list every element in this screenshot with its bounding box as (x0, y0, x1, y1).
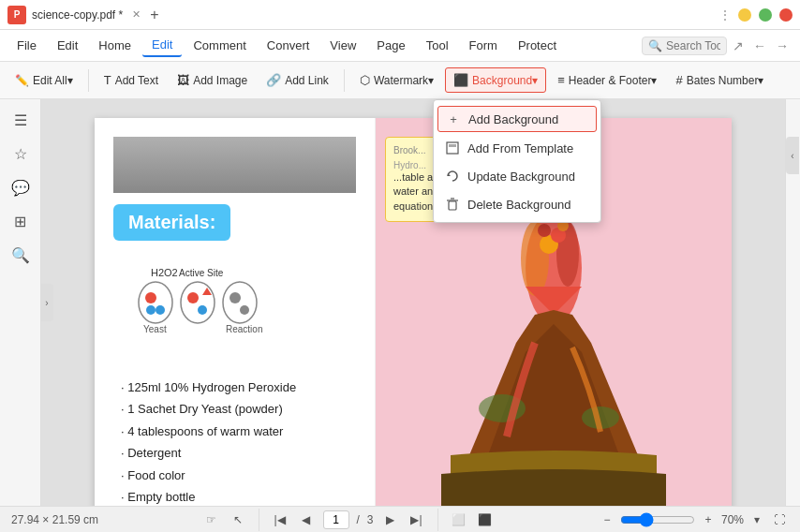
zoom-in-btn[interactable]: + (699, 510, 718, 529)
tab-close-btn[interactable]: ✕ (132, 8, 141, 21)
sidebar-icon-bookmarks[interactable]: ☆ (7, 140, 34, 167)
bates-icon: # (675, 73, 682, 87)
material-item-3: 4 tablespoons of warm water (113, 421, 356, 442)
zoom-out-btn[interactable]: − (598, 510, 616, 529)
nav-first-page[interactable]: |◀ (271, 510, 289, 529)
title-bar: P science-copy.pdf * ✕ + ⋮ (0, 0, 800, 30)
sidebar-toggle[interactable]: › (40, 284, 53, 321)
nav-cursor-tool[interactable]: ↖ (229, 510, 247, 529)
svg-text:Active Site: Active Site (179, 268, 224, 278)
watermark-icon: ⬡ (360, 73, 370, 87)
material-item-5: Food color (113, 465, 356, 486)
restore-button[interactable] (759, 8, 772, 22)
page-navigation: ☞ ↖ |◀ ◀ / 3 ▶ ▶| ⬜ ⬛ (106, 509, 590, 531)
nav-last-page[interactable]: ▶| (407, 510, 426, 529)
menu-form[interactable]: Form (460, 35, 507, 56)
menu-tool[interactable]: Tool (417, 35, 458, 56)
svg-point-8 (198, 305, 207, 315)
background-icon: ⬛ (453, 73, 468, 87)
svg-point-21 (538, 224, 551, 237)
add-background-item[interactable]: + Add Background (437, 106, 597, 132)
update-icon (445, 169, 460, 184)
svg-text:Reaction: Reaction (226, 324, 262, 334)
search-tools-box[interactable]: 🔍 (642, 37, 727, 55)
main-area: ☰ ☆ 💬 ⊞ 🔍 › Materials: H2O2 Active Site (0, 99, 800, 506)
page-left: Materials: H2O2 Active Site (95, 118, 376, 506)
svg-point-6 (181, 282, 215, 323)
volcano-svg (413, 193, 694, 506)
svg-rect-24 (447, 142, 458, 154)
right-panel-toggle[interactable]: ‹ (786, 137, 799, 174)
background-dropdown: + Add Background Add From Template Updat… (433, 99, 601, 223)
material-item-6: Empty bottle (113, 486, 356, 506)
fit-page-btn[interactable]: ⬜ (450, 510, 468, 529)
header-footer-button[interactable]: ≡ Header & Footer▾ (550, 68, 664, 92)
toolbar-separator-2 (344, 69, 345, 92)
svg-point-7 (187, 292, 199, 303)
edit-icon: ✏️ (15, 74, 29, 87)
material-item-1: 125ml 10% Hydrogen Peroxide (113, 377, 356, 398)
update-background-item[interactable]: Update Background (434, 162, 600, 190)
close-button[interactable] (779, 8, 793, 22)
status-sep-1 (259, 509, 259, 531)
file-name: science-copy.pdf * (32, 8, 123, 22)
menu-protect[interactable]: Protect (509, 35, 566, 56)
menu-view[interactable]: View (320, 35, 365, 56)
sidebar-icon-comments[interactable]: 💬 (7, 174, 34, 200)
bates-number-button[interactable]: # Bates Number▾ (668, 68, 771, 92)
external-link-icon[interactable]: ↗ (729, 38, 748, 53)
svg-point-4 (156, 305, 165, 315)
nav-prev-page[interactable]: ◀ (297, 510, 316, 529)
image-icon: 🖼 (177, 73, 189, 87)
zoom-level: 70% (721, 513, 744, 526)
nav-next-page[interactable]: ▶ (381, 510, 400, 529)
menu-comment[interactable]: Comment (184, 35, 255, 56)
menu-bar: File Edit Home Edit Comment Convert View… (0, 30, 800, 62)
right-sidebar: ‹ (785, 99, 800, 506)
sidebar-icon-layers[interactable]: ⊞ (7, 208, 34, 234)
menu-edit[interactable]: Edit (142, 34, 182, 57)
tab-add-btn[interactable]: + (150, 7, 158, 23)
svg-point-5 (146, 305, 156, 315)
add-from-template-item[interactable]: Add From Template (434, 134, 600, 162)
menu-home[interactable]: Home (89, 35, 141, 56)
svg-point-12 (240, 305, 249, 315)
material-item-2: 1 Sachet Dry Yeast (powder) (113, 398, 356, 420)
window-controls: ⋮ (719, 8, 793, 22)
add-text-button[interactable]: T Add Text (96, 68, 166, 92)
current-page-input[interactable] (323, 510, 349, 529)
zoom-slider[interactable] (620, 512, 695, 527)
nav-hand-tool[interactable]: ☞ (202, 510, 221, 529)
svg-point-10 (223, 282, 257, 323)
diagram-area: H2O2 Active Site (113, 256, 356, 362)
add-image-button[interactable]: 🖼 Add Image (170, 68, 255, 92)
menu-convert[interactable]: Convert (258, 35, 319, 56)
search-tools-input[interactable] (666, 39, 720, 52)
zoom-area: − + 70% ▾ ⛶ (598, 510, 789, 529)
menu-file[interactable]: File (7, 35, 46, 56)
total-pages: 3 (367, 513, 374, 526)
menu-edit-first[interactable]: Edit (48, 35, 87, 56)
status-bar: 27.94 × 21.59 cm ☞ ↖ |◀ ◀ / 3 ▶ ▶| ⬜ ⬛ −… (0, 506, 800, 532)
background-button[interactable]: ⬛ Background▾ (445, 67, 546, 93)
sidebar-icon-pages[interactable]: ☰ (7, 107, 34, 133)
add-link-button[interactable]: 🔗 Add Link (259, 68, 336, 92)
svg-rect-25 (449, 144, 456, 147)
fullscreen-btn[interactable]: ⛶ (770, 510, 789, 529)
menu-page[interactable]: Page (367, 35, 414, 56)
zoom-dropdown-btn[interactable]: ▾ (748, 510, 766, 529)
forward-icon[interactable]: → (772, 38, 793, 53)
pdf-page: Materials: H2O2 Active Site (95, 118, 732, 506)
svg-text:H2O2: H2O2 (151, 267, 178, 278)
materials-list: 125ml 10% Hydrogen Peroxide 1 Sachet Dry… (113, 377, 356, 506)
link-icon: 🔗 (266, 73, 281, 87)
svg-rect-27 (449, 201, 456, 210)
delete-background-item[interactable]: Delete Background (434, 190, 600, 218)
watermark-button[interactable]: ⬡ Watermark▾ (352, 68, 441, 92)
minimize-button[interactable] (738, 8, 751, 22)
sidebar-icon-search[interactable]: 🔍 (7, 242, 34, 268)
edit-all-button[interactable]: ✏️ Edit All▾ (7, 69, 81, 92)
fit-width-btn[interactable]: ⬛ (476, 510, 495, 529)
svg-point-11 (230, 292, 241, 303)
back-icon[interactable]: ← (749, 38, 770, 53)
